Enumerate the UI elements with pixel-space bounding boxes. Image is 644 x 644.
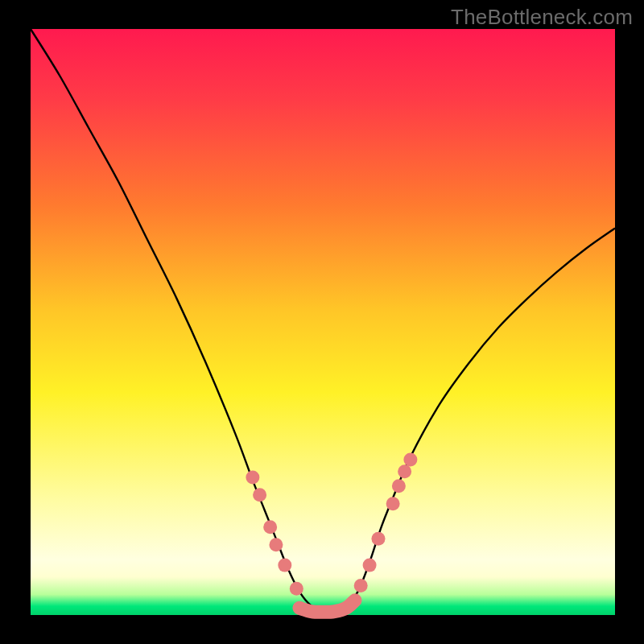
bottleneck-chart: TheBottleneck.com bbox=[0, 0, 644, 644]
curve-dot bbox=[290, 582, 303, 596]
curve-dot bbox=[246, 470, 259, 484]
curve-dot bbox=[354, 579, 368, 592]
curve-dot bbox=[403, 453, 417, 467]
plot-background bbox=[31, 29, 615, 615]
curve-dot bbox=[371, 532, 385, 546]
curve-dot bbox=[392, 479, 406, 493]
curve-dot bbox=[363, 559, 377, 572]
curve-dot bbox=[269, 538, 283, 551]
curve-dot bbox=[263, 520, 277, 534]
curve-dot bbox=[386, 497, 400, 510]
curve-dot bbox=[278, 559, 291, 572]
curve-dot bbox=[398, 464, 411, 478]
curve-dot bbox=[253, 488, 266, 502]
watermark-text: TheBottleneck.com bbox=[451, 5, 633, 30]
chart-svg bbox=[0, 0, 644, 644]
